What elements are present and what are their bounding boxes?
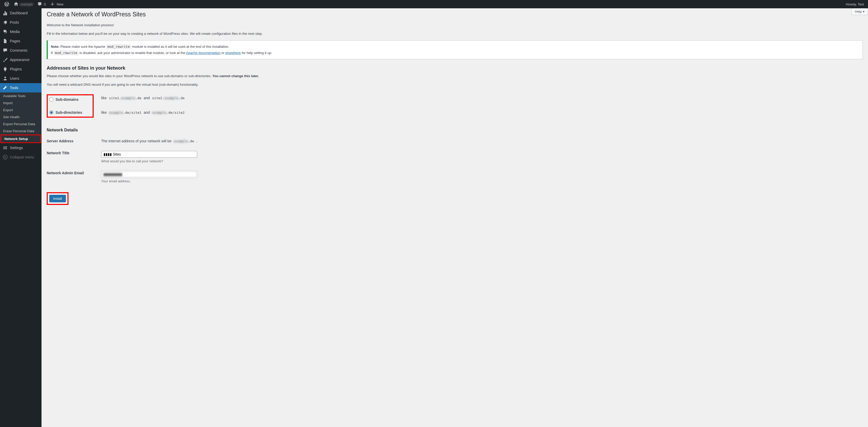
subdomains-radio[interactable] — [49, 97, 54, 102]
note-label: Note: — [51, 45, 59, 49]
sliders-icon — [3, 145, 8, 150]
sub-import[interactable]: Import — [0, 99, 41, 107]
sub-export[interactable]: Export — [0, 107, 41, 114]
network-title-label: Network Title — [47, 147, 99, 167]
admin-email-desc: Your email address. — [101, 179, 860, 183]
new-label: New — [57, 2, 63, 6]
addresses-intro: Please choose whether you would like sit… — [47, 74, 863, 79]
site-home[interactable]: example — [11, 0, 35, 8]
sub-site-health[interactable]: Site Health — [0, 114, 41, 120]
wrench-icon — [3, 85, 8, 90]
site-name: example — [20, 2, 33, 6]
page-title: Create a Network of WordPress Sites — [47, 11, 863, 18]
pin-icon — [3, 20, 8, 25]
sub-network-setup[interactable]: Network Setup — [1, 135, 40, 142]
new-content[interactable]: New — [48, 0, 65, 8]
elsewhere-link[interactable]: elsewhere — [225, 51, 241, 55]
comments-link[interactable]: 0 — [35, 0, 48, 8]
menu-dashboard[interactable]: Dashboard — [0, 8, 41, 18]
admin-sidebar: Dashboard Posts Media Pages Comments App… — [0, 8, 41, 219]
apache-doc-link[interactable]: Apache documentation — [186, 51, 220, 55]
menu-plugins[interactable]: Plugins — [0, 64, 41, 74]
menu-posts[interactable]: Posts — [0, 18, 41, 27]
user-icon — [3, 76, 8, 81]
menu-comments[interactable]: Comments — [0, 46, 41, 55]
menu-pages[interactable]: Pages — [0, 36, 41, 46]
network-title-input[interactable] — [101, 151, 197, 158]
menu-tools[interactable]: Tools — [0, 83, 41, 92]
menu-appearance[interactable]: Appearance — [0, 55, 41, 64]
tools-submenu: Available Tools Import Export Site Healt… — [0, 92, 41, 143]
welcome-text: Welcome to the Network installation proc… — [47, 23, 863, 28]
wp-logo[interactable] — [2, 0, 11, 8]
sub-export-personal-data[interactable]: Export Personal Data — [0, 120, 41, 127]
comment-icon — [37, 2, 42, 7]
sub-available-tools[interactable]: Available Tools — [0, 92, 41, 99]
dashboard-icon — [3, 10, 8, 16]
intro-text: Fill in the information below and you'll… — [47, 31, 863, 36]
plus-icon — [50, 2, 55, 7]
server-address-label: Server Address — [47, 135, 99, 147]
mod-rewrite-code: mod_rewrite — [106, 44, 131, 49]
collapse-menu[interactable]: Collapse menu — [0, 152, 41, 162]
plug-icon — [3, 66, 8, 72]
addresses-dns-note: You will need a wildcard DNS record if y… — [47, 82, 863, 87]
subdirectories-radio[interactable] — [49, 110, 54, 115]
collapse-icon — [3, 154, 8, 160]
menu-media[interactable]: Media — [0, 27, 41, 36]
home-icon — [13, 2, 19, 7]
admin-email-input[interactable] — [101, 171, 197, 178]
subdomains-example: like site1.example.de and site2.example.… — [101, 96, 860, 100]
subdirectories-example: like example.de/site1 and example.de/sit… — [101, 110, 860, 115]
note-box: Note: Please make sure the Apache mod_re… — [47, 40, 863, 59]
comments-count: 0 — [44, 2, 45, 6]
menu-settings[interactable]: Settings — [0, 143, 41, 152]
server-address-value: The internet address of your network wil… — [99, 135, 863, 147]
menu-users[interactable]: Users — [0, 74, 41, 83]
network-title-desc: What would you like to call your network… — [101, 159, 860, 163]
install-button[interactable]: Install — [49, 195, 66, 202]
chevron-down-icon: ▾ — [863, 9, 865, 13]
howdy-account[interactable]: Howdy, Test — [844, 0, 866, 8]
admin-bar: example 0 New Howdy, Test — [0, 0, 868, 8]
help-tab[interactable]: Help ▾ — [851, 8, 868, 15]
network-details-heading: Network Details — [47, 128, 863, 133]
addresses-heading: Addresses of Sites in your Network — [47, 65, 863, 71]
subdomains-radio-label[interactable]: Sub-domains — [49, 97, 82, 102]
wordpress-icon — [4, 2, 9, 7]
pages-icon — [3, 38, 8, 44]
sub-erase-personal-data[interactable]: Erase Personal Data — [0, 127, 41, 135]
media-icon — [3, 29, 8, 34]
comments-icon — [3, 48, 8, 53]
subdirectories-radio-label[interactable]: Sub-directories — [49, 110, 82, 115]
admin-email-label: Network Admin Email — [47, 167, 99, 187]
brush-icon — [3, 57, 8, 62]
main-content: Help ▾ Create a Network of WordPress Sit… — [41, 0, 868, 219]
